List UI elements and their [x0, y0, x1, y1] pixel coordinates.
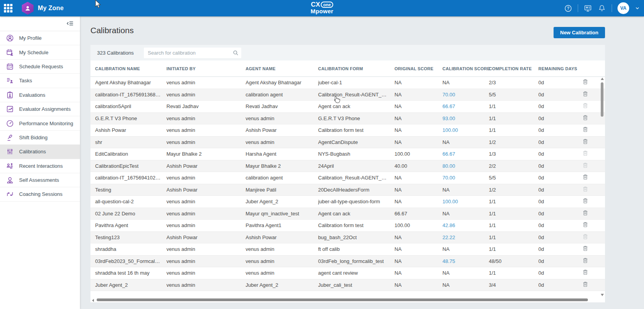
delete-calibration-icon[interactable] [582, 209, 589, 216]
table-row[interactable]: calibration-IT_1675694102377venus adminc… [90, 172, 605, 184]
cell-form: Calibration_Result-AGENT_CAN_... [318, 175, 395, 181]
cell-name: CalibrationEpicTest [90, 163, 166, 169]
vertical-scrollbar[interactable] [600, 78, 604, 296]
delete-calibration-icon[interactable] [582, 245, 589, 252]
table-row[interactable]: 02 June 22 Demovenus adminMayur qm_inact… [90, 208, 605, 220]
cell-calibration[interactable]: 22.22 [442, 234, 489, 240]
cell-form: Agent can ack [318, 211, 395, 217]
cell-original: NA [395, 199, 442, 204]
cell-calibration[interactable]: 66.67 [442, 151, 489, 157]
table-row[interactable]: Agent Akshay Bhatnagarvenus adminAgent A… [90, 77, 605, 89]
delete-calibration-icon [582, 102, 589, 109]
table-row[interactable]: shraddha test 16 th mayvenus adminvenus … [90, 267, 605, 279]
cell-original: NA [395, 258, 442, 264]
sidebar-item-tasks[interactable]: Tasks [0, 74, 80, 88]
delete-calibration-icon[interactable] [582, 78, 589, 85]
sidebar-item-my-profile[interactable]: My Profile [0, 31, 80, 45]
sidebar-item-self-assessments[interactable]: Self Assessments [0, 173, 80, 187]
sidebar-item-schedule-requests[interactable]: Schedule Requests [0, 60, 80, 74]
delete-calibration-icon[interactable] [582, 126, 589, 133]
delete-calibration-icon[interactable] [582, 138, 589, 145]
cell-calibration[interactable]: 100.00 [442, 127, 489, 133]
table-row[interactable]: Testing123Ashish PowarAshish Powarbug_ba… [90, 232, 605, 244]
cell-calibration[interactable]: 66.67 [442, 103, 489, 109]
table-row[interactable]: Juber Agent_2venus adminJuber Agent_2Jub… [90, 279, 605, 291]
column-header-calibration-name[interactable]: CALIBRATION NAME [90, 66, 166, 71]
broadcast-screen-icon[interactable] [584, 4, 592, 12]
cell-calibration[interactable]: 93.00 [442, 115, 489, 121]
table-row[interactable]: TestingAshish PowarManjiree Patil20DecAl… [90, 184, 605, 196]
scroll-up-arrow-icon[interactable] [601, 78, 604, 80]
cell-form: bug_bash_22Oct [318, 234, 395, 240]
column-header-original-score[interactable]: ORIGINAL SCORE [395, 66, 442, 71]
sidebar-item-my-schedule[interactable]: My Schedule [0, 45, 80, 59]
cell-calibration[interactable]: 100.00 [442, 199, 489, 204]
sidebar-item-performance-monitoring[interactable]: Performance Monitoring [0, 116, 80, 130]
delete-calibration-icon[interactable] [582, 257, 589, 264]
search-box [144, 48, 241, 58]
cell-initiated-by: venus admin [166, 175, 246, 181]
sidebar-item-shift-bidding[interactable]: Shift Bidding [0, 131, 80, 145]
scroll-down-arrow-icon[interactable] [601, 294, 604, 296]
sidebar-item-label: Evaluations [19, 92, 45, 98]
cell-calibration[interactable]: 70.00 [442, 175, 489, 181]
column-header-calibration-form[interactable]: CALIBRATION FORM [318, 66, 395, 71]
horizontal-scrollbar-thumb[interactable] [97, 298, 588, 301]
sidebar-item-evaluations[interactable]: Evaluations [0, 88, 80, 102]
sidebar-item-coaching-sessions[interactable]: Coaching Sessions [0, 187, 80, 201]
cell-completion: 1/1 [489, 211, 538, 217]
app-launcher-icon[interactable] [0, 0, 16, 16]
delete-calibration-icon[interactable] [582, 269, 589, 276]
sidebar-item-label: Shift Bidding [19, 135, 48, 140]
cell-agent: venus admin [246, 246, 318, 252]
table-row[interactable]: 03rdFeb2023_50_Formcalibratio...venus ad… [90, 256, 605, 268]
search-icon[interactable] [232, 50, 239, 56]
scroll-left-arrow-icon[interactable] [92, 299, 94, 302]
column-header-calibration-score[interactable]: CALIBRATION SCORE [442, 66, 489, 71]
column-header-initiated-by[interactable]: INITIATED BY [166, 66, 246, 71]
sidebar-item-recent-interactions[interactable]: Recent Interactions [0, 159, 80, 173]
delete-calibration-icon[interactable] [582, 174, 589, 181]
horizontal-scrollbar[interactable] [92, 298, 597, 302]
delete-calibration-icon[interactable] [582, 114, 589, 121]
cell-calibration[interactable]: 70.00 [442, 92, 489, 98]
table-row[interactable]: G.E.R.T V3 Phonevenus adminvenus adminG.… [90, 113, 605, 125]
table-row[interactable]: EditCalibrationMayur Bhalke 2Harsha Agen… [90, 148, 605, 160]
notifications-bell-icon[interactable] [598, 4, 606, 12]
table-row[interactable]: Pavithra Agentvenus adminPavithra Agent1… [90, 220, 605, 232]
sidebar-item-calibrations[interactable]: Calibrations [0, 145, 80, 159]
profile-icon [6, 34, 14, 42]
account-chevron-down-icon[interactable] [635, 5, 640, 11]
cell-agent: Juber Agent_2 [246, 282, 318, 288]
table-row[interactable]: calibration-IT_1675691368380venus adminc… [90, 89, 605, 101]
cell-calibration: NA [442, 139, 489, 145]
help-icon[interactable]: ? [564, 4, 572, 12]
delete-calibration-icon[interactable] [582, 221, 589, 228]
column-header-remaining-days[interactable]: REMAINING DAYS [538, 66, 582, 71]
sidebar-item-label: Calibrations [19, 149, 46, 154]
table-row[interactable]: CalibrationEpicTestAshish PowarMayur Bha… [90, 160, 605, 172]
sidebar-collapse-icon[interactable] [66, 20, 74, 28]
cell-calibration[interactable]: 48.75 [442, 258, 489, 264]
cell-initiated-by: venus admin [166, 282, 246, 288]
search-input[interactable] [144, 48, 241, 58]
column-header-completion-rate[interactable]: COMPLETION RATE [489, 66, 538, 71]
table-row[interactable]: shraddhavenus adminvenus adminft off cal… [90, 243, 605, 256]
column-header-agent-name[interactable]: AGENT NAME [246, 66, 318, 71]
user-avatar[interactable]: VA [617, 2, 629, 14]
delete-calibration-icon[interactable] [582, 197, 589, 204]
cxone-mpower-logo: CX one Mpower [311, 1, 333, 14]
topbar-divider [578, 4, 578, 12]
delete-calibration-icon [582, 150, 589, 157]
sidebar-item-evaluator-assignments[interactable]: Evaluator Assignments [0, 102, 80, 116]
new-calibration-button[interactable]: New Calibration [554, 27, 605, 38]
table-row[interactable]: Ashish Powarvenus adminAshish PowarCalib… [90, 124, 605, 137]
vertical-scrollbar-thumb[interactable] [601, 82, 603, 117]
cell-calibration[interactable]: 80.00 [442, 163, 489, 169]
delete-calibration-icon[interactable] [582, 90, 589, 97]
table-row[interactable]: all-question-cal-2venus adminJuber Agent… [90, 196, 605, 208]
table-row[interactable]: shrvenus adminvenus adminAgentCanDispute… [90, 137, 605, 149]
delete-calibration-icon[interactable] [582, 281, 589, 288]
cell-calibration[interactable]: 42.86 [442, 222, 489, 228]
table-row[interactable]: calibration5AprilRevati JadhavRevati Jad… [90, 101, 605, 113]
